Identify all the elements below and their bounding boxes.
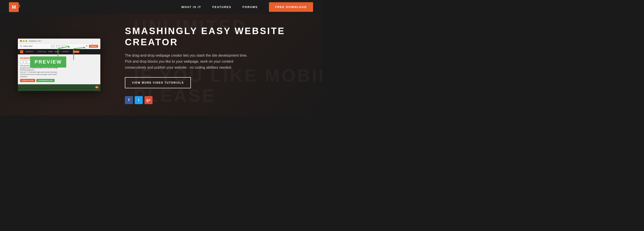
app-brand: MOBIRISE — [26, 51, 33, 52]
eye-icon: 👁 — [86, 45, 88, 47]
app-titlebar: Mobirise 2.8.7 — [18, 38, 100, 44]
app-bottom-section: + — [18, 84, 100, 91]
app-mockup-container: Mobirise 2.8.7 ☰ index.html 👁 Publish — [18, 38, 107, 91]
toolbar-left: ☰ index.html — [20, 45, 32, 47]
toolbar-square-1 — [20, 61, 23, 63]
tablet-icon — [56, 45, 60, 47]
header: M WHAT IS IT FEATURES FORUMS FREE DOWNLO… — [0, 0, 322, 14]
toolbar-right: 👁 Publish — [86, 45, 98, 48]
nav-contact: CONTACT — [62, 51, 69, 52]
hero-content: SMASHINGLY EASY WEBSITE CREATOR The drag… — [107, 16, 322, 113]
main-nav: WHAT IS IT FEATURES FORUMS FREE DOWNLOAD — [181, 2, 313, 12]
hamburger-icon: ☰ — [20, 45, 22, 47]
nav-what-is-it[interactable]: WHAT IS IT — [181, 5, 201, 9]
view-tutorials-button[interactable]: VIEW MORE VIDEO TUTORIALS — [125, 77, 191, 88]
logo-area: M — [9, 2, 19, 12]
app-nav-links: HOME ABOUT CONTACT — [48, 51, 69, 52]
app-body: MOBIRISE Mobile View HOME ABOUT CONTACT … — [18, 49, 100, 91]
free-download-button[interactable]: FREE DOWNLOAD — [269, 2, 313, 12]
twitter-icon[interactable]: t — [135, 96, 143, 104]
facebook-icon[interactable]: f — [125, 96, 133, 104]
nav-home: HOME — [48, 51, 53, 52]
app-publish-mock[interactable]: Publish — [73, 50, 80, 53]
desktop-icon — [62, 45, 67, 47]
app-toolbar: ☰ index.html 👁 Publish — [18, 44, 100, 49]
maximize-dot — [26, 40, 27, 42]
titlebar-text: Mobirise 2.8.7 — [29, 40, 42, 42]
googleplus-icon[interactable]: g+ — [144, 96, 152, 104]
logo-letter: M — [12, 4, 16, 10]
titlebar-dots — [20, 40, 27, 42]
mobile-view-label: Mobile View — [38, 51, 46, 52]
toolbar-square-2 — [24, 61, 26, 63]
hero-description: The drag-and-drop webpage creator lets y… — [125, 52, 254, 71]
social-icons-row: f t g+ — [125, 96, 308, 104]
hero-section: UNLIMITED IF YOU LIKE MOBIRISE, PLEASE M… — [0, 14, 322, 116]
for-windows-mac-button[interactable]: FOR WINDOWS & MAC — [36, 79, 55, 82]
download-now-button[interactable]: DOWNLOAD NOW — [20, 79, 35, 82]
nav-forums[interactable]: FORUMS — [242, 5, 258, 9]
preview-badge: PREVIEW — [30, 56, 66, 68]
logo-icon: M — [9, 2, 19, 12]
minimize-dot — [23, 40, 24, 42]
mobile-icon — [51, 45, 54, 47]
nav-about: ABOUT — [55, 51, 60, 52]
file-label: index.html — [23, 45, 32, 47]
close-dot — [20, 40, 22, 42]
app-inner-nav: MOBIRISE Mobile View HOME ABOUT CONTACT … — [18, 49, 100, 54]
titlebar-left: Mobirise 2.8.7 — [20, 40, 42, 42]
publish-button[interactable]: Publish — [89, 45, 98, 48]
app-inner-logo — [20, 50, 23, 53]
app-action-buttons: DOWNLOAD NOW FOR WINDOWS & MAC — [20, 79, 98, 82]
hero-title: SMASHINGLY EASY WEBSITE CREATOR — [125, 26, 308, 48]
nav-features[interactable]: FEATURES — [212, 5, 231, 9]
toolbar-center — [51, 45, 67, 47]
